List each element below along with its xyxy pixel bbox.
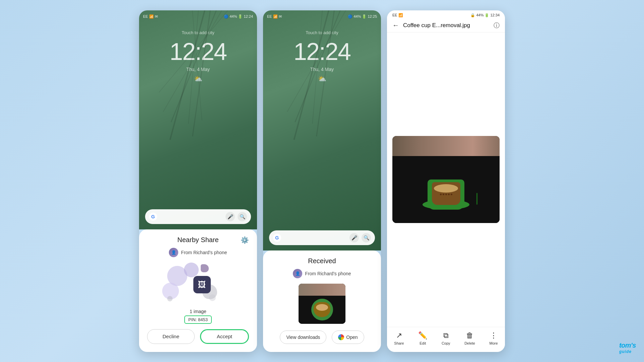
- coffee-thumbnail: [299, 284, 345, 324]
- s2-wallpaper-time: Touch to add city 12:24 Thu, 4 May ⛅: [294, 20, 350, 230]
- coffee-thumb-inner: [299, 284, 345, 324]
- s1-icons: ✉: [155, 14, 158, 19]
- coffee-full-image: [392, 136, 500, 223]
- nearby-share-panel: Nearby Share ⚙️ 👤 From Richard's phone 🖼…: [139, 229, 257, 352]
- s2-from-device-text: From Richard's phone: [305, 271, 351, 276]
- blob-6: [167, 296, 173, 301]
- decline-button[interactable]: Decline: [147, 329, 195, 344]
- s1-status-bar: EE 📶 ✉ 🔵 44% 🔋 12:24: [139, 13, 257, 20]
- nearby-share-header: Nearby Share ⚙️: [147, 236, 249, 244]
- image-count: 1 image: [147, 309, 249, 314]
- info-icon[interactable]: ⓘ: [494, 21, 500, 29]
- s3-status-bar: EE 📶 🔒 44% 🔋 12:34: [387, 10, 505, 19]
- wallpaper-time: Touch to add city 12:24 Thu, 4 May ⛅: [170, 20, 227, 209]
- delete-icon: 🗑: [466, 331, 473, 340]
- coffee-foam: [316, 304, 328, 311]
- s1-battery: 44%: [230, 14, 237, 18]
- google-open-icon: [338, 334, 344, 340]
- s3-battery: 44%: [476, 13, 484, 17]
- action-buttons: Decline Accept: [147, 329, 249, 344]
- weather-icon: ⛅: [194, 75, 202, 83]
- screenshot-2: EE 📶 ✉ 🔵 44% 🔋 12:25 Touch to add city 1…: [263, 10, 381, 352]
- copy-icon: ⧉: [443, 331, 449, 340]
- copy-label: Copy: [442, 341, 450, 345]
- s3-battery-icon: 🔒: [470, 13, 475, 17]
- accept-button[interactable]: Accept: [200, 329, 249, 344]
- mic-icon[interactable]: 🎤: [226, 212, 235, 221]
- s1-signal-icon: 📶: [149, 14, 154, 19]
- pin-box: PIN: 8453: [184, 315, 212, 324]
- s1-status-left: EE 📶 ✉: [143, 14, 158, 19]
- copy-action[interactable]: ⧉ Copy: [442, 331, 450, 345]
- s1-time: 12:24: [244, 14, 253, 18]
- s2-status-bar: EE 📶 ✉ 🔵 44% 🔋 12:25: [263, 13, 381, 20]
- wallpaper-clock: 12:24: [170, 38, 227, 65]
- s3-app-bar: ← Coffee cup E...removal.jpg ⓘ: [387, 19, 505, 32]
- s1-carrier: EE: [143, 14, 148, 18]
- view-downloads-button[interactable]: View downloads: [280, 331, 326, 344]
- s2-signal-icon: 📶: [273, 14, 278, 19]
- gear-icon[interactable]: ⚙️: [241, 236, 249, 244]
- received-title: Received: [271, 257, 373, 265]
- s1-search-bar[interactable]: G 🎤 🔍: [145, 209, 251, 224]
- file-title: Coffee cup E...removal.jpg: [403, 22, 494, 29]
- s2-clock: 12:24: [294, 38, 350, 65]
- edit-action[interactable]: ✏️ Edit: [418, 331, 427, 345]
- s2-from-device: 👤 From Richard's phone: [271, 269, 373, 278]
- share-action[interactable]: ↗ Share: [394, 331, 404, 345]
- s2-city-hint: Touch to add city: [306, 30, 338, 35]
- choc-dot-4: [448, 194, 450, 195]
- s2-search-bar[interactable]: G 🎤 🔍: [269, 230, 375, 245]
- choc-dot-2: [443, 194, 444, 195]
- s2-lens-icon[interactable]: 🔍: [362, 233, 371, 242]
- toms-guide-watermark: tom's guide: [619, 342, 636, 354]
- image-icon: 🖼: [198, 280, 206, 289]
- choc-dot-5: [451, 194, 452, 195]
- coffee-thumb-bottom: [299, 296, 345, 324]
- more-action[interactable]: ⋮ More: [490, 331, 498, 345]
- coffee-cup-content: [432, 182, 460, 205]
- wallpaper-date: Thu, 4 May: [186, 67, 210, 72]
- received-panel: Received 👤 From Richard's phone: [263, 250, 381, 352]
- s3-bottom-bar: ↗ Share ✏️ Edit ⧉ Copy 🗑 Delete ⋮ More: [387, 327, 505, 352]
- nearby-share-title: Nearby Share: [177, 236, 218, 244]
- choc-dot-1: [440, 194, 442, 195]
- open-button[interactable]: Open: [332, 331, 364, 344]
- back-button[interactable]: ←: [392, 21, 399, 29]
- s3-status-right: 🔒 44% 🔋 12:34: [470, 13, 500, 17]
- s2-battery: 44%: [353, 14, 361, 18]
- choc-dots: [440, 194, 452, 195]
- image-icon-center: 🖼: [193, 276, 211, 293]
- share-icon: ↗: [396, 331, 402, 340]
- screenshots-container: EE 📶 ✉ 🔵 44% 🔋 12:24 Touch to add city 1…: [0, 0, 644, 362]
- s2-carrier: EE: [267, 14, 272, 18]
- toms-brand: tom's: [619, 342, 636, 349]
- s2-bt-icon: 🔵: [348, 14, 352, 19]
- blob-3: [201, 264, 209, 272]
- guide-sub: guide: [619, 349, 636, 354]
- img-top-strip: [392, 136, 500, 156]
- s2-avatar: 👤: [293, 269, 302, 278]
- blob-7: [209, 294, 216, 301]
- edit-label: Edit: [420, 341, 426, 345]
- lens-icon[interactable]: 🔍: [238, 212, 247, 221]
- s3-signal: 📶: [398, 13, 403, 17]
- edit-icon: ✏️: [418, 331, 427, 340]
- open-label: Open: [346, 335, 358, 340]
- from-device-text: From Richard's phone: [181, 250, 227, 255]
- screenshot-3: EE 📶 🔒 44% 🔋 12:34 ← Coffee cup E...remo…: [387, 10, 505, 352]
- google-logo: G: [149, 213, 157, 221]
- blob-2: [184, 263, 199, 277]
- img-bottom: [392, 156, 500, 223]
- s3-image-area: [387, 32, 505, 327]
- s2-mic-icon[interactable]: 🎤: [349, 233, 359, 242]
- s3-carrier: EE: [392, 13, 397, 17]
- delete-action[interactable]: 🗑 Delete: [464, 331, 475, 345]
- coffee-cup-inner: [314, 302, 330, 317]
- s1-wallpaper: EE 📶 ✉ 🔵 44% 🔋 12:24 Touch to add city 1…: [139, 10, 257, 229]
- s1-status-right: 🔵 44% 🔋 12:24: [224, 14, 253, 19]
- s2-status-right: 🔵 44% 🔋 12:25: [348, 14, 377, 19]
- pin-text: PIN: 8453: [188, 317, 208, 322]
- received-buttons: View downloads Open: [271, 331, 373, 344]
- blob-animation-area: 🖼: [147, 263, 249, 306]
